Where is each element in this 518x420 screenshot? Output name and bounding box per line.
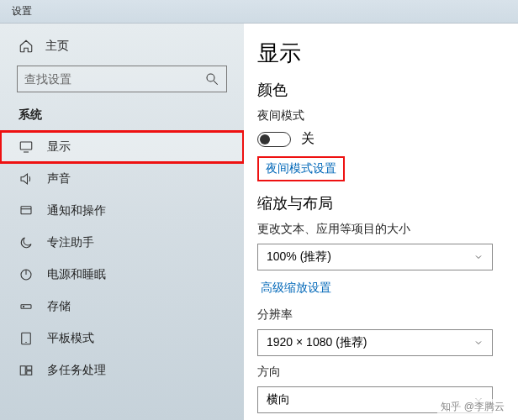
monitor-icon [18, 139, 34, 155]
tablet-icon [18, 331, 34, 346]
svg-point-9 [23, 306, 24, 307]
svg-rect-12 [20, 366, 25, 375]
svg-line-1 [214, 81, 218, 85]
moon-icon [18, 235, 34, 250]
sidebar-item-label: 声音 [47, 171, 71, 186]
storage-icon [18, 299, 34, 314]
chevron-down-icon [473, 252, 484, 262]
sidebar-item-label: 专注助手 [47, 235, 94, 250]
resolution-value: 1920 × 1080 (推荐) [267, 335, 367, 350]
sidebar-item-label: 显示 [47, 139, 71, 155]
notification-icon [18, 203, 34, 218]
home-label: 主页 [45, 39, 69, 54]
orientation-label: 方向 [257, 365, 505, 380]
sidebar-item-multitask[interactable]: 多任务处理 [0, 354, 244, 386]
night-mode-settings-link[interactable]: 夜间模式设置 [257, 156, 345, 181]
sidebar-item-storage[interactable]: 存储 [0, 291, 244, 323]
section-title: 系统 [0, 108, 244, 131]
scale-dropdown[interactable]: 100% (推荐) [257, 244, 493, 270]
home-button[interactable]: 主页 [0, 34, 244, 66]
content-area: 主页 系统 显示 声音 通知和操作 专注助手 电源和睡眠 [0, 24, 518, 420]
svg-rect-8 [21, 305, 31, 309]
sidebar-item-sound[interactable]: 声音 [0, 163, 244, 195]
multitask-icon [18, 363, 34, 378]
scale-heading: 缩放与布局 [257, 193, 505, 213]
power-icon [18, 267, 34, 282]
svg-point-0 [207, 74, 214, 81]
main-panel: 显示 颜色 夜间模式 关 夜间模式设置 缩放与布局 更改文本、应用等项目的大小 … [244, 24, 518, 420]
scale-label: 更改文本、应用等项目的大小 [257, 222, 505, 237]
svg-rect-14 [27, 371, 32, 375]
sidebar-item-notifications[interactable]: 通知和操作 [0, 195, 244, 227]
night-mode-toggle[interactable] [257, 132, 291, 147]
page-title: 显示 [257, 39, 505, 68]
sidebar-item-label: 平板模式 [47, 331, 94, 346]
speaker-icon [18, 171, 34, 186]
advanced-scale-link[interactable]: 高级缩放设置 [257, 279, 335, 297]
night-mode-label: 夜间模式 [257, 108, 505, 123]
svg-rect-4 [21, 207, 31, 214]
sidebar-item-power[interactable]: 电源和睡眠 [0, 259, 244, 291]
watermark: 知乎 @李腾云 [437, 399, 508, 415]
sidebar-item-display[interactable]: 显示 [0, 131, 244, 163]
resolution-dropdown[interactable]: 1920 × 1080 (推荐) [257, 329, 493, 356]
sidebar-item-label: 电源和睡眠 [47, 267, 106, 282]
search-box[interactable] [17, 66, 227, 92]
home-icon [18, 39, 34, 54]
search-icon [204, 71, 219, 87]
night-mode-toggle-row: 关 [257, 130, 505, 148]
color-heading: 颜色 [257, 80, 505, 100]
sidebar-item-label: 通知和操作 [47, 203, 106, 218]
scale-value: 100% (推荐) [267, 249, 331, 265]
sidebar: 主页 系统 显示 声音 通知和操作 专注助手 电源和睡眠 [0, 24, 244, 420]
search-input[interactable] [24, 72, 204, 86]
resolution-label: 分辨率 [257, 307, 505, 323]
svg-rect-2 [20, 142, 32, 150]
sidebar-item-label: 存储 [47, 299, 71, 314]
svg-rect-13 [27, 366, 32, 370]
sidebar-item-tablet[interactable]: 平板模式 [0, 323, 244, 354]
orientation-value: 横向 [267, 392, 290, 407]
sidebar-item-focus[interactable]: 专注助手 [0, 227, 244, 259]
window-titlebar: 设置 [0, 0, 518, 24]
night-mode-state: 关 [301, 130, 314, 148]
window-title: 设置 [12, 5, 32, 17]
sidebar-item-label: 多任务处理 [47, 363, 106, 378]
chevron-down-icon [473, 338, 484, 348]
